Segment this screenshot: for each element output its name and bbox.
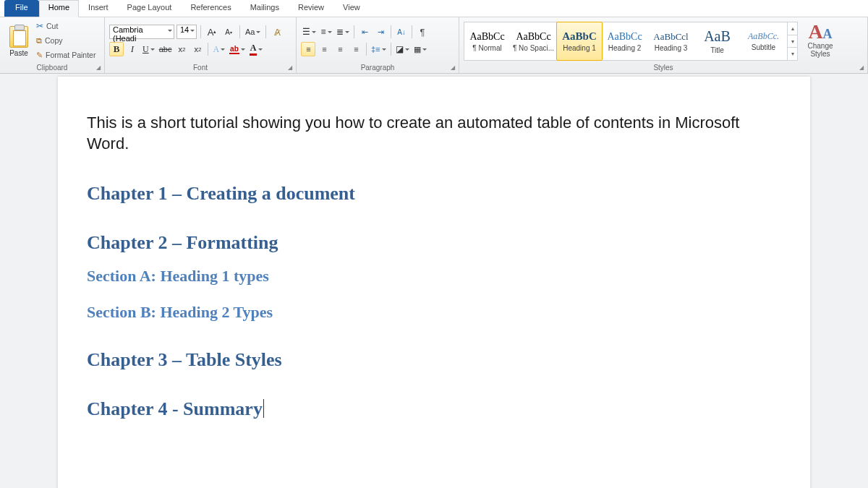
document-area: This is a short tutorial showing you how…: [0, 74, 868, 488]
tab-page-layout[interactable]: Page Layout: [118, 0, 182, 17]
text-effects-button[interactable]: A: [211, 42, 226, 56]
strikethrough-button[interactable]: abc: [158, 42, 174, 56]
font-size-select[interactable]: 14: [176, 25, 197, 39]
paragraph-launcher-icon[interactable]: ◢: [449, 64, 456, 72]
sort-button[interactable]: A↓: [394, 25, 409, 39]
ribbon: File Home Insert Page Layout References …: [0, 0, 868, 74]
gallery-up-icon[interactable]: ▴: [788, 22, 797, 35]
copy-button[interactable]: ⧉ Copy: [36, 34, 95, 47]
tab-review[interactable]: Review: [289, 0, 333, 17]
font-color-button[interactable]: A: [248, 42, 265, 56]
format-painter-label: Format Painter: [46, 51, 95, 59]
bold-button[interactable]: B: [109, 42, 124, 56]
heading-section-b[interactable]: Section B: Heading 2 Types: [87, 303, 781, 322]
style-title[interactable]: AaB Title: [694, 22, 741, 60]
style-normal[interactable]: AaBbCc ¶ Normal: [464, 22, 511, 60]
clear-formatting-button[interactable]: A̷: [270, 25, 284, 39]
superscript-button[interactable]: x2: [190, 42, 205, 56]
group-label-paragraph: Paragraph ◢: [297, 64, 459, 73]
heading-chapter-2[interactable]: Chapter 2 – Formatting: [87, 232, 781, 254]
ribbon-body: Paste ✂ Cut ⧉ Copy ✎ Format Painter: [0, 17, 868, 74]
page[interactable]: This is a short tutorial showing you how…: [58, 77, 810, 488]
tab-file[interactable]: File: [4, 0, 39, 17]
text-cursor: [263, 399, 264, 418]
align-center-button[interactable]: ≡: [317, 42, 331, 56]
tab-mailings[interactable]: Mailings: [241, 0, 289, 17]
change-styles-button[interactable]: AA Change Styles: [801, 24, 840, 58]
shrink-font-button[interactable]: A▾: [221, 25, 236, 39]
copy-label: Copy: [45, 36, 63, 45]
align-left-button[interactable]: ≡: [301, 42, 315, 56]
group-styles: AaBbCc ¶ Normal AaBbCc ¶ No Spaci... AaB…: [459, 17, 868, 73]
align-right-button[interactable]: ≡: [333, 42, 347, 56]
subscript-button[interactable]: x2: [174, 42, 189, 56]
style-no-spacing[interactable]: AaBbCc ¶ No Spaci...: [511, 22, 557, 60]
italic-button[interactable]: I: [125, 42, 140, 56]
group-paragraph: ☰ ≡ ≣ ⇤ ⇥ A↓ ¶ ≡ ≡ ≡: [297, 17, 459, 73]
group-label-styles: Styles ◢: [459, 64, 867, 73]
group-label-clipboard: Clipboard ◢: [0, 64, 104, 73]
heading-section-a[interactable]: Section A: Heading 1 types: [87, 267, 781, 286]
paste-icon: [9, 26, 28, 48]
intro-paragraph[interactable]: This is a short tutorial showing you how…: [87, 113, 781, 154]
font-name-select[interactable]: Cambria (Headi: [109, 25, 174, 39]
bullets-button[interactable]: ☰: [301, 25, 318, 39]
underline-button[interactable]: U: [141, 42, 156, 56]
format-painter-button[interactable]: ✎ Format Painter: [36, 48, 95, 61]
gallery-down-icon[interactable]: ▾: [788, 35, 797, 48]
paste-button[interactable]: Paste: [4, 25, 33, 57]
heading-chapter-4[interactable]: Chapter 4 - Summary: [87, 398, 781, 420]
change-case-button[interactable]: Aa: [244, 25, 262, 39]
paste-label: Paste: [9, 49, 28, 57]
numbering-button[interactable]: ≡: [319, 25, 333, 39]
styles-launcher-icon[interactable]: ◢: [858, 64, 865, 72]
grow-font-button[interactable]: A▴: [205, 25, 219, 39]
heading-chapter-3[interactable]: Chapter 3 – Table Styles: [87, 349, 781, 371]
shading-button[interactable]: ◪: [394, 42, 411, 56]
increase-indent-button[interactable]: ⇥: [373, 25, 388, 39]
scissors-icon: ✂: [36, 21, 43, 31]
show-hide-button[interactable]: ¶: [415, 25, 430, 39]
line-spacing-button[interactable]: ‡≡: [370, 42, 388, 56]
group-font: Cambria (Headi 14 A▴ A▾ Aa A̷: [105, 17, 297, 73]
ribbon-tabs: File Home Insert Page Layout References …: [0, 0, 868, 17]
style-subtitle[interactable]: AaBbCc. Subtitle: [741, 22, 787, 60]
font-launcher-icon[interactable]: ◢: [286, 64, 294, 72]
tab-references[interactable]: References: [181, 0, 240, 17]
group-clipboard: Paste ✂ Cut ⧉ Copy ✎ Format Painter: [0, 17, 105, 73]
styles-gallery: AaBbCc ¶ Normal AaBbCc ¶ No Spaci... AaB…: [464, 22, 798, 61]
clipboard-launcher-icon[interactable]: ◢: [95, 64, 102, 72]
tab-home[interactable]: Home: [39, 0, 79, 17]
cut-label: Cut: [46, 22, 58, 30]
copy-icon: ⧉: [36, 36, 42, 46]
multilevel-list-button[interactable]: ≣: [335, 25, 351, 39]
brush-icon: ✎: [36, 51, 43, 60]
heading-chapter-1[interactable]: Chapter 1 – Creating a document: [87, 183, 781, 205]
highlight-button[interactable]: ab: [228, 42, 247, 56]
tab-view[interactable]: View: [333, 0, 370, 17]
gallery-more-icon[interactable]: ▾: [788, 48, 797, 60]
decrease-indent-button[interactable]: ⇤: [357, 25, 372, 39]
justify-button[interactable]: ≡: [349, 42, 363, 56]
borders-button[interactable]: ▦: [412, 42, 428, 56]
styles-gallery-scroll[interactable]: ▴ ▾ ▾: [787, 22, 797, 60]
style-heading-2[interactable]: AaBbCc Heading 2: [602, 22, 648, 60]
tab-insert[interactable]: Insert: [79, 0, 118, 17]
style-heading-1[interactable]: AaBbC Heading 1: [556, 22, 603, 61]
cut-button[interactable]: ✂ Cut: [36, 20, 95, 33]
style-heading-3[interactable]: AaBbCcl Heading 3: [648, 22, 694, 60]
group-label-font: Font ◢: [105, 64, 296, 73]
